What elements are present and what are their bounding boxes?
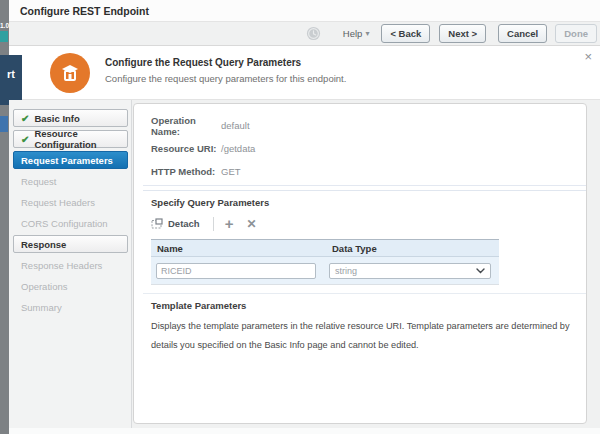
- dialog-content-panel: Operation Name: default Resource URI: /g…: [133, 103, 587, 424]
- operation-name-value: default: [221, 120, 250, 131]
- step-label: Basic Info: [34, 113, 79, 124]
- background-blue-chip: [0, 116, 8, 132]
- resource-uri-label: Resource URI:: [151, 143, 221, 154]
- step-label: CORS Configuration: [21, 218, 108, 229]
- query-parameters-toolbar: Detach + ✕: [151, 214, 586, 233]
- step-label: Request: [21, 176, 56, 187]
- help-label: Help: [343, 28, 363, 39]
- data-type-value: string: [335, 266, 357, 276]
- cancel-button[interactable]: Cancel: [498, 24, 547, 43]
- step-label: Response: [21, 239, 66, 250]
- step-label: Request Headers: [21, 197, 95, 208]
- sidebar-item-summary: Summary: [13, 298, 128, 316]
- operation-name-row: Operation Name: default: [151, 114, 586, 137]
- wizard-toolbar: Help ▾ < Back Next > Cancel Done: [9, 22, 600, 46]
- param-name-input[interactable]: [156, 263, 316, 279]
- query-parameters-heading: Specify Query Parameters: [151, 197, 586, 209]
- section-divider: [143, 185, 587, 191]
- done-button: Done: [555, 24, 597, 43]
- sidebar-item-operations: Operations: [13, 277, 128, 295]
- operation-name-label: Operation Name:: [151, 115, 221, 137]
- background-version-label: 1.0: [0, 22, 9, 29]
- column-header-data-type: Data Type: [326, 243, 499, 254]
- check-icon: ✔: [21, 134, 29, 145]
- clock-icon[interactable]: [306, 26, 321, 41]
- template-parameters-description: Displays the template parameters in the …: [151, 317, 587, 355]
- chevron-down-icon: ▾: [365, 29, 369, 38]
- window-title-bar: Configure REST Endpoint: [9, 0, 600, 22]
- sidebar-item-request: Request: [13, 172, 128, 190]
- sidebar-item-cors-configuration: CORS Configuration: [13, 214, 128, 232]
- help-menu[interactable]: Help ▾: [343, 28, 370, 39]
- rest-adapter-icon: [50, 53, 90, 93]
- dialog-title: Configure the Request Query Parameters: [105, 57, 301, 68]
- data-type-select[interactable]: string: [329, 263, 491, 279]
- background-teal-chip: [0, 31, 8, 42]
- delete-parameter-icon[interactable]: ✕: [246, 217, 256, 231]
- dialog-body: ✔ Basic Info ✔ Resource Configuration Re…: [9, 100, 600, 434]
- sidebar-item-resource-configuration[interactable]: ✔ Resource Configuration: [13, 130, 128, 148]
- chevron-down-icon: [476, 268, 485, 274]
- detach-button[interactable]: Detach: [151, 218, 200, 230]
- back-button[interactable]: < Back: [381, 24, 430, 43]
- detach-icon: [151, 218, 163, 230]
- table-row: string: [151, 257, 499, 285]
- sidebar-item-request-headers: Request Headers: [13, 193, 128, 211]
- check-icon: ✔: [21, 113, 29, 124]
- add-parameter-icon[interactable]: +: [225, 215, 234, 232]
- table-header-row: Name Data Type: [151, 239, 499, 257]
- step-label: Resource Configuration: [34, 128, 127, 150]
- sidebar-item-response[interactable]: Response: [13, 235, 128, 253]
- http-method-value: GET: [221, 166, 241, 177]
- resource-uri-row: Resource URI: /getdata: [151, 137, 586, 160]
- next-button[interactable]: Next >: [439, 24, 486, 43]
- column-header-name: Name: [151, 243, 326, 254]
- sidebar-item-basic-info[interactable]: ✔ Basic Info: [13, 109, 128, 127]
- step-label: Operations: [21, 281, 67, 292]
- step-label: Summary: [21, 302, 62, 313]
- background-banner-text: rt: [7, 68, 15, 80]
- detach-label: Detach: [168, 218, 200, 229]
- dialog-subtitle: Configure the request query parameters f…: [105, 73, 346, 84]
- dialog-bottom-strip: [9, 428, 600, 434]
- sidebar-item-request-parameters[interactable]: Request Parameters: [13, 151, 128, 169]
- template-parameters-heading: Template Parameters: [151, 300, 586, 312]
- toolbar-separator: [213, 217, 214, 231]
- background-banner: rt: [0, 55, 22, 105]
- resource-uri-value: /getdata: [221, 143, 255, 154]
- section-divider: [143, 293, 587, 294]
- query-parameters-table: Name Data Type string: [151, 239, 499, 285]
- http-method-label: HTTP Method:: [151, 166, 221, 177]
- configure-rest-endpoint-window: 1.0 rt Configure REST Endpoint Help ▾ < …: [0, 0, 600, 434]
- page-title: Configure REST Endpoint: [20, 5, 149, 17]
- close-icon[interactable]: ×: [584, 49, 592, 64]
- step-label: Request Parameters: [21, 155, 113, 166]
- dialog-header: Configure the Request Query Parameters C…: [22, 46, 600, 100]
- http-method-row: HTTP Method: GET: [151, 160, 586, 183]
- wizard-steps-sidebar: ✔ Basic Info ✔ Resource Configuration Re…: [9, 100, 132, 434]
- sidebar-item-response-headers: Response Headers: [13, 256, 128, 274]
- step-label: Response Headers: [21, 260, 102, 271]
